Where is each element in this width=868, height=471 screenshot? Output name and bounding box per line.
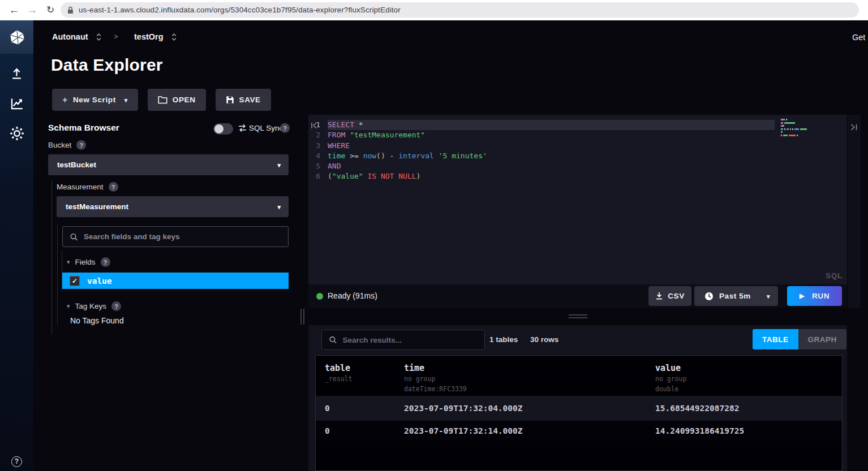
schema-browser-title: Schema Browser [48,123,119,133]
browser-refresh-icon[interactable]: ↻ [43,3,58,18]
csv-label: CSV [668,292,685,300]
bucket-help-icon[interactable]: ? [76,140,86,150]
bucket-dropdown[interactable]: testBucket ▾ [48,154,289,175]
minimap[interactable] [781,119,807,137]
collapse-caret-icon[interactable]: ▾ [67,303,70,310]
code-line[interactable]: 6("value" IS NOT NULL) [308,171,847,182]
code-line[interactable]: 2FROM "testMeasurement" [308,130,847,140]
schema-search-input[interactable] [84,232,281,241]
table-cell: 14.240993186419725 [655,426,833,435]
time-range-label: Past 5m [719,292,751,300]
tag-keys-help-icon[interactable]: ? [111,301,121,311]
csv-download-button[interactable]: CSV [648,286,691,306]
save-icon [226,96,234,104]
download-icon [655,292,663,300]
view-tab-table[interactable]: TABLE [753,329,798,349]
measurement-help-icon[interactable]: ? [109,182,118,192]
view-tab-graph[interactable]: GRAPH [798,329,846,349]
folder-icon [158,96,167,104]
table-cell: 0 [325,404,404,413]
table-cell: 15.68544922087282 [655,404,833,413]
schema-search [62,226,289,247]
line-number: 5 [308,161,328,171]
search-icon [329,335,337,344]
indent-guide [51,180,52,335]
line-number: 3 [308,141,328,151]
tag-keys-section-row: ▾ Tag Keys ? [67,301,121,311]
line-number: 6 [308,171,328,182]
line-number: 2 [308,130,328,140]
save-label: SAVE [239,96,261,104]
tag-keys-label: Tag Keys [75,302,107,310]
chevron-down-icon: ▾ [767,293,770,299]
breadcrumb-separator: > [114,32,118,41]
play-icon: ▶ [800,292,805,300]
sql-sync-help-icon[interactable]: ? [280,123,290,133]
table-cell: 2023-07-09T17:32:04.000Z [404,404,655,413]
line-number: 4 [308,151,328,161]
sort-chevrons-icon [171,33,177,41]
browser-back-icon[interactable]: ← [7,3,22,18]
sort-chevrons-icon [96,33,102,41]
graph-icon[interactable] [0,94,33,113]
measurement-label: Measurement [57,183,104,191]
gear-icon[interactable] [0,124,33,143]
language-label: SQL [826,271,843,280]
org-dropdown[interactable]: testOrg [134,32,177,41]
run-label: RUN [812,292,830,300]
results-table-body: 02023-07-09T17:32:04.000Z15.685449220872… [316,396,842,441]
url-bar[interactable]: us-east-1-1.aws.cloud2.influxdata.com/or… [61,2,859,18]
help-question-glyph: ? [11,456,22,467]
save-button[interactable]: SAVE [216,89,271,111]
measurement-dropdown[interactable]: testMeasurement ▾ [57,196,289,217]
open-button[interactable]: OPEN [148,89,206,111]
time-range-dropdown[interactable]: Past 5m ▾ [694,286,778,306]
collapse-right-icon[interactable] [850,122,858,132]
view-toggle: TABLEGRAPH [753,329,846,349]
influxdb-logo[interactable] [0,20,33,54]
results-table: table_resulttimeno groupdateTime:RFC3339… [315,355,843,471]
code-line[interactable]: 1SELECT * [308,120,847,130]
sql-editor[interactable]: 1SELECT *2FROM "testMeasurement"3WHERE4t… [308,115,847,284]
field-item[interactable]: ✓value [62,273,289,289]
help-icon[interactable]: ? [0,452,33,471]
get-link[interactable]: Get [852,33,865,42]
code-line[interactable]: 5AND [308,161,847,171]
measurement-value: testMeasurement [66,202,128,211]
horizontal-resize-handle[interactable] [569,314,587,320]
results-search-input[interactable] [343,336,478,344]
new-script-button[interactable]: + New Script ▾ [52,89,138,111]
sql-sync-toggle[interactable] [213,123,233,135]
column-header: valueno groupdouble [655,363,833,396]
rows-count: 30 rows [530,335,558,344]
open-label: OPEN [173,96,196,104]
vertical-resize-handle[interactable] [300,309,304,325]
measurement-label-row: Measurement ? [57,182,118,192]
status-dot [316,293,323,300]
sql-sync-icon [238,124,247,132]
editor-right-strip [847,115,861,308]
bucket-label-row: Bucket ? [48,140,86,150]
browser-toolbar: ← → ↻ us-east-1-1.aws.cloud2.influxdata.… [0,0,868,20]
chevron-down-icon: ▾ [277,204,281,210]
url-text: us-east-1-1.aws.cloud2.influxdata.com/or… [79,6,401,14]
code-lines: 1SELECT *2FROM "testMeasurement"3WHERE4t… [308,120,847,182]
table-row: 02023-07-09T17:32:04.000Z15.685449220872… [316,396,842,418]
tables-count: 1 tables [489,335,518,344]
upload-icon[interactable] [0,64,33,83]
column-header: table_result [325,363,404,396]
account-dropdown[interactable]: Autonaut [52,32,102,41]
bucket-value: testBucket [57,161,96,169]
code-line[interactable]: 3WHERE [308,141,847,151]
indent-guide [57,224,58,324]
field-checkbox[interactable]: ✓ [70,276,80,286]
no-tags-text: No Tags Found [70,316,124,325]
fields-help-icon[interactable]: ? [101,257,110,267]
results-search [321,330,485,350]
run-button[interactable]: ▶ RUN [787,286,842,306]
collapse-caret-icon[interactable]: ▾ [67,258,70,266]
browser-forward-icon[interactable]: → [25,3,40,18]
code-line[interactable]: 4time >= now() - interval '5 minutes' [308,151,847,161]
main-content: Autonaut > testOrg Get Data Explorer + N… [33,20,868,471]
script-toolbar: + New Script ▾ OPEN SAVE [52,89,271,111]
